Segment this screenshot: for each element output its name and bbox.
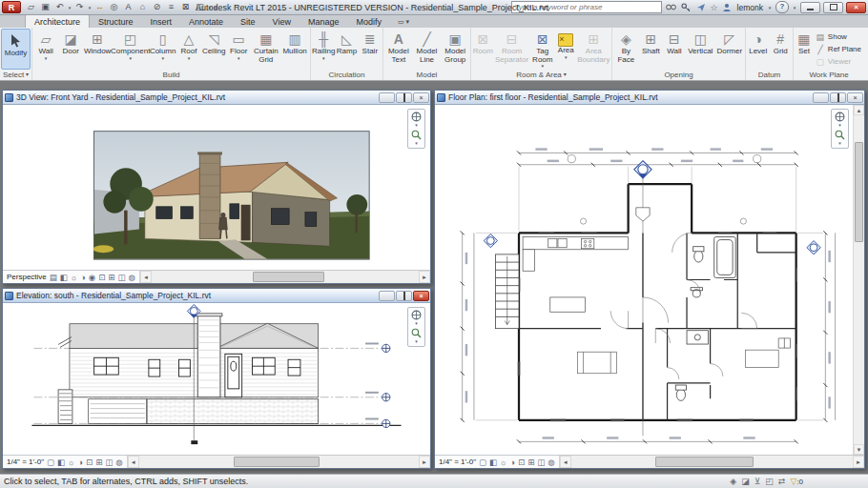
set-work-plane-button[interactable]: ▦Set	[795, 29, 814, 70]
wall-opening-button[interactable]: ⊟Wall	[663, 29, 686, 70]
aligned-dimension-icon[interactable]: ↔	[93, 1, 107, 13]
help-dropdown-icon[interactable]: ▾	[792, 5, 797, 10]
crop-view-icon[interactable]: ⊡	[98, 272, 105, 283]
tab-view[interactable]: View	[264, 15, 300, 28]
ceiling-button[interactable]: ◹Ceiling	[201, 29, 226, 70]
visual-style-icon[interactable]: ◧	[60, 272, 68, 283]
grid-button[interactable]: #Grid	[770, 29, 793, 70]
select-pinned-elements-icon[interactable]: ⊻	[754, 475, 761, 488]
chevron-down-icon[interactable]: ▾	[415, 339, 418, 344]
chevron-down-icon[interactable]: ▾	[415, 123, 418, 128]
3d-view-title-bar[interactable]: 3D View: Front Yard - Residential_Sample…	[3, 91, 430, 105]
view-scale-label[interactable]: 1/4" = 1'-0"	[7, 458, 44, 466]
reveal-hidden-elements-icon[interactable]: ◍	[548, 457, 554, 468]
show-crop-region-icon[interactable]: ⊞	[527, 457, 534, 468]
search-icon[interactable]	[665, 2, 677, 12]
tag-room-button[interactable]: ⊠Tag Room▾	[530, 29, 555, 70]
modify-button[interactable]: Modify	[1, 29, 31, 70]
scroll-right-arrow[interactable]: ►	[419, 456, 430, 468]
by-face-button[interactable]: ◈By Face	[613, 29, 639, 70]
signed-in-user[interactable]: lemonk	[736, 3, 764, 12]
chevron-down-icon[interactable]: ▾	[415, 141, 418, 146]
tab-modify[interactable]: Modify	[348, 15, 391, 28]
view-close-button[interactable]: ×	[847, 92, 863, 103]
tab-structure[interactable]: Structure	[90, 15, 142, 28]
horizontal-scrollbar[interactable]: ◄ ►	[140, 271, 430, 283]
minimize-button[interactable]	[800, 2, 820, 13]
roof-button[interactable]: △Roof▾	[176, 29, 201, 70]
view-close-button[interactable]: ×	[413, 291, 429, 301]
show-crop-region-icon[interactable]: ⊞	[95, 457, 102, 468]
scrollbar-thumb[interactable]	[655, 457, 753, 467]
temporary-hide-isolate-icon[interactable]: ◫	[117, 272, 125, 283]
horizontal-scrollbar[interactable]: ◄ ►	[128, 456, 430, 468]
text-icon[interactable]: A	[121, 1, 135, 13]
detail-level-icon[interactable]: ▤	[50, 272, 57, 283]
thin-lines-icon[interactable]: ≡	[164, 1, 178, 13]
tab-site[interactable]: Site	[232, 15, 264, 28]
stair-button[interactable]: ≣Stair	[359, 29, 382, 70]
shadows-icon[interactable]: ◑	[81, 272, 86, 283]
drag-elements-on-selection-icon[interactable]: ⇄	[778, 475, 786, 488]
view-minimize-button[interactable]	[813, 92, 829, 103]
chevron-down-icon[interactable]: ▾	[838, 141, 841, 146]
group-label-select[interactable]: Select▾	[0, 70, 31, 80]
area-button[interactable]: ×Area▾	[555, 29, 577, 70]
communication-center-icon[interactable]	[695, 2, 708, 12]
switch-windows-icon[interactable]: ◫	[193, 1, 207, 13]
show-work-plane-button[interactable]: ▤Show	[816, 31, 861, 42]
crop-view-icon[interactable]: ⊡	[518, 457, 525, 468]
scrollbar-thumb[interactable]	[855, 142, 863, 243]
detail-level-icon[interactable]: ▢	[479, 457, 486, 468]
dormer-button[interactable]: ◸Dormer	[715, 29, 745, 70]
ramp-button[interactable]: ◺Ramp	[335, 29, 358, 70]
save-icon[interactable]: ▣	[38, 1, 52, 13]
elevation-title-bar[interactable]: Elevation: south - Residential_Sample_Pr…	[3, 289, 430, 303]
mullion-button[interactable]: ▥Mullion	[280, 29, 309, 70]
show-crop-region-icon[interactable]: ⊞	[108, 272, 114, 283]
railing-button[interactable]: ╫Railing▾	[312, 29, 335, 70]
temporary-hide-isolate-icon[interactable]: ◫	[537, 457, 545, 468]
restore-button[interactable]	[823, 2, 843, 13]
view-restore-button[interactable]	[830, 92, 846, 103]
redo-icon[interactable]: ↷	[72, 1, 87, 13]
customize-qat-icon[interactable]: ▾	[213, 5, 218, 10]
scrollbar-thumb[interactable]	[253, 272, 324, 282]
scroll-down-arrow[interactable]: ▼	[854, 444, 864, 455]
vertical-scrollbar[interactable]: ▲ ▼	[853, 105, 864, 455]
application-menu-button[interactable]: R	[2, 1, 21, 13]
default-3d-view-icon[interactable]: ⌂	[135, 1, 150, 13]
zoom-tool-icon[interactable]: ▾	[835, 130, 845, 146]
favorites-star-icon[interactable]: ☆	[711, 3, 718, 12]
filter-icon[interactable]: ▽:0	[790, 475, 803, 488]
visual-style-icon[interactable]: ◧	[489, 457, 497, 468]
view-close-button[interactable]: ×	[413, 92, 429, 103]
elevation-canvas[interactable]: ▾ ▾	[3, 303, 430, 455]
curtain-grid-button[interactable]: ▦Curtain Grid	[251, 29, 280, 70]
select-elements-by-face-icon[interactable]: ◰	[765, 475, 774, 488]
help-button[interactable]: ?	[775, 1, 789, 13]
view-scale-label[interactable]: Perspective	[7, 273, 47, 281]
visual-style-icon[interactable]: ◧	[57, 457, 65, 468]
zoom-tool-icon[interactable]: ▾	[411, 328, 422, 344]
ribbon-display-toggle-icon[interactable]: ▭ ▾	[398, 18, 409, 28]
view-scale-label[interactable]: 1/4" = 1'-0"	[439, 458, 476, 466]
tab-architecture[interactable]: Architecture	[25, 14, 90, 28]
reveal-hidden-elements-icon[interactable]: ◍	[129, 272, 135, 283]
model-text-button[interactable]: AModel Text	[384, 29, 413, 70]
shadows-icon[interactable]: ◑	[510, 457, 515, 468]
reveal-hidden-elements-icon[interactable]: ◍	[115, 457, 122, 468]
steering-wheel-icon[interactable]: ▾	[411, 112, 422, 128]
user-menu-dropdown-icon[interactable]: ▾	[767, 5, 773, 10]
scroll-left-arrow[interactable]: ◄	[560, 456, 571, 468]
view-minimize-button[interactable]	[379, 291, 395, 301]
door-button[interactable]: ◪Door	[58, 29, 83, 70]
close-hidden-windows-icon[interactable]: ⊠	[178, 1, 193, 13]
tab-annotate[interactable]: Annotate	[180, 15, 232, 28]
undo-icon[interactable]: ↶	[52, 1, 67, 13]
component-button[interactable]: ◰Component▾	[112, 29, 149, 70]
column-button[interactable]: ▯Column▾	[149, 29, 176, 70]
wall-button[interactable]: ▱Wall▾	[33, 29, 58, 70]
sun-path-icon[interactable]: ☼	[68, 457, 75, 468]
level-button[interactable]: ◑Level	[747, 29, 770, 70]
